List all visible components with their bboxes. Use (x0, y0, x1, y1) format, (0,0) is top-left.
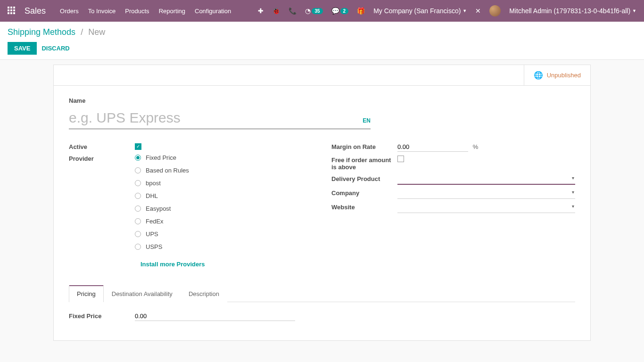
chat-icon[interactable]: 💬2 (331, 7, 349, 15)
provider-option-bpost[interactable]: bpost (135, 180, 313, 187)
company-label: Company (331, 189, 397, 197)
status-bar: 🌐 Unpublished (54, 65, 590, 86)
provider-option-fedex[interactable]: FedEx (135, 218, 313, 225)
provider-option-dhl[interactable]: DHL (135, 192, 313, 199)
free-over-checkbox[interactable] (397, 156, 404, 162)
save-button[interactable]: SAVE (8, 42, 37, 55)
radio-icon (135, 155, 141, 161)
phone-icon[interactable]: 📞 (289, 7, 297, 15)
breadcrumb-current: New (88, 27, 105, 37)
radio-icon (135, 218, 141, 224)
radio-icon (135, 180, 141, 186)
discard-button[interactable]: DISCARD (41, 45, 69, 52)
delivery-product-label: Delivery Product (331, 174, 397, 182)
company-dropdown[interactable] (397, 189, 575, 199)
provider-label: Provider (69, 154, 135, 162)
menu-reporting[interactable]: Reporting (159, 8, 185, 15)
bug-icon[interactable]: 🐞 (272, 7, 280, 15)
provider-option-easypost[interactable]: Easypost (135, 205, 313, 212)
delivery-product-dropdown[interactable] (397, 174, 575, 185)
app-brand[interactable]: Sales (25, 6, 46, 16)
margin-input[interactable] (397, 142, 468, 152)
tools-icon[interactable]: ✕ (475, 7, 481, 15)
globe-icon: 🌐 (534, 71, 543, 80)
tabs: Pricing Destination Availability Descrip… (69, 285, 575, 302)
apps-icon[interactable] (8, 7, 16, 15)
margin-label: Margin on Rate (331, 142, 397, 150)
menu-to-invoice[interactable]: To Invoice (88, 8, 116, 15)
company-switcher[interactable]: My Company (San Francisco)▼ (373, 7, 467, 15)
breadcrumb-parent[interactable]: Shipping Methods (8, 27, 75, 37)
publish-status: Unpublished (547, 72, 581, 79)
content-scroll[interactable]: 🌐 Unpublished Name EN Active ✓ Provider (0, 60, 644, 360)
fixed-price-label: Fixed Price (69, 312, 135, 320)
radio-icon (135, 193, 141, 199)
publish-toggle[interactable]: 🌐 Unpublished (524, 65, 590, 85)
provider-option-based-on-rules[interactable]: Based on Rules (135, 167, 313, 174)
margin-suffix: % (473, 143, 479, 150)
clock-icon[interactable]: ◔35 (305, 7, 322, 15)
clock-badge: 35 (312, 8, 322, 14)
plus-icon[interactable]: ✚ (258, 7, 264, 15)
tab-content: Fixed Price (69, 302, 575, 334)
provider-option-usps[interactable]: USPS (135, 243, 313, 250)
install-providers-link[interactable]: Install more Providers (140, 261, 313, 268)
topbar: Sales Orders To Invoice Products Reporti… (0, 0, 644, 22)
radio-icon (135, 244, 141, 250)
gift-icon[interactable]: 🎁 (357, 7, 365, 15)
website-label: Website (331, 203, 397, 211)
active-checkbox[interactable]: ✓ (135, 143, 141, 150)
provider-option-fixed-price[interactable]: Fixed Price (135, 154, 313, 161)
website-dropdown[interactable] (397, 203, 575, 213)
radio-icon (135, 231, 141, 237)
active-label: Active (69, 142, 135, 150)
menu-configuration[interactable]: Configuration (195, 8, 231, 15)
tab-pricing[interactable]: Pricing (69, 285, 104, 302)
avatar[interactable] (489, 5, 501, 16)
menu-orders[interactable]: Orders (60, 8, 79, 15)
menu-products[interactable]: Products (125, 8, 149, 15)
radio-icon (135, 167, 141, 173)
breadcrumb: Shipping Methods / New (8, 27, 636, 37)
lang-button[interactable]: EN (363, 117, 371, 124)
tab-destination[interactable]: Destination Availability (104, 285, 181, 302)
provider-option-ups[interactable]: UPS (135, 230, 313, 238)
provider-radio-group: Fixed Price Based on Rules bpost DHL Eas… (135, 154, 313, 268)
radio-icon (135, 206, 141, 212)
name-input[interactable] (69, 107, 371, 129)
form-sheet: 🌐 Unpublished Name EN Active ✓ Provider (53, 65, 591, 341)
fixed-price-input[interactable] (135, 312, 295, 321)
chat-badge: 2 (340, 8, 349, 14)
caret-down-icon: ▼ (632, 8, 636, 13)
tab-description[interactable]: Description (181, 285, 227, 302)
name-label: Name (69, 97, 575, 104)
topbar-right: ✚ 🐞 📞 ◔35 💬2 🎁 My Company (San Francisco… (258, 5, 636, 16)
user-menu[interactable]: Mitchell Admin (1797831-13-0-4b41f6-all)… (509, 7, 636, 15)
control-bar: Shipping Methods / New SAVE DISCARD (0, 22, 644, 60)
main-menu: Orders To Invoice Products Reporting Con… (60, 8, 231, 15)
free-over-label: Free if order amount is above (331, 156, 397, 171)
caret-down-icon: ▼ (462, 8, 467, 13)
